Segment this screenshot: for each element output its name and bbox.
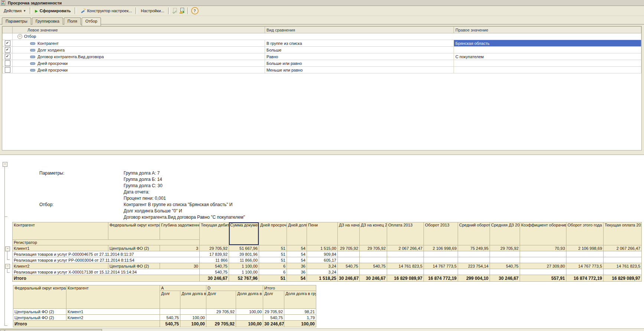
cell[interactable]: 14 767 773,5 <box>424 263 458 269</box>
cell[interactable]: Клиент2 <box>13 263 108 269</box>
cell[interactable]: 29 705,92 <box>206 321 236 327</box>
cell[interactable]: 54 <box>287 251 307 257</box>
col-dney-prosrochki[interactable]: Дней просрочки <box>259 222 287 245</box>
restore-settings-icon[interactable] <box>172 8 178 14</box>
cell[interactable]: 100,00 <box>180 321 206 327</box>
cell[interactable]: 51 667,96 <box>229 245 259 251</box>
cell[interactable] <box>387 251 424 257</box>
cell[interactable] <box>566 251 604 257</box>
scroll-left-button[interactable] <box>0 329 4 331</box>
filter-field-cell[interactable]: Контрагент <box>13 40 265 47</box>
tab-otbor[interactable]: Отбор <box>82 17 101 26</box>
cell[interactable] <box>338 269 360 275</box>
cell[interactable] <box>604 269 642 275</box>
cell[interactable]: 3,24 <box>307 263 338 269</box>
cell[interactable] <box>360 269 387 275</box>
save-settings-icon[interactable] <box>179 8 185 14</box>
cell[interactable] <box>206 315 236 321</box>
cell[interactable]: 51 <box>259 257 287 263</box>
cell[interactable]: 75 249,95 <box>458 245 490 251</box>
col-tek-oplata-2014[interactable]: Текущая оплата 2014 <box>604 222 642 245</box>
cell[interactable]: 54 <box>287 275 307 282</box>
checkbox[interactable]: ✔ <box>5 47 10 53</box>
cell[interactable]: 6 <box>259 263 287 269</box>
col-koefficient[interactable]: Коэффициент оборачиваемости ДЗ <box>520 222 566 245</box>
cell[interactable] <box>604 251 642 257</box>
cell[interactable]: Центральный ФО (2) <box>108 245 160 251</box>
checkbox[interactable]: ✔ <box>5 40 10 46</box>
filter-value-cell[interactable]: С покупателем <box>454 53 641 60</box>
cell[interactable] <box>566 257 604 263</box>
cell[interactable] <box>604 257 642 263</box>
cell[interactable] <box>490 251 520 257</box>
help-button[interactable]: ? <box>191 7 199 14</box>
cell[interactable] <box>236 315 263 321</box>
cell[interactable]: 11 866 <box>200 257 229 263</box>
cell[interactable]: 2 067 266,47 <box>604 245 642 251</box>
col-fed-okrug[interactable]: Федеральный округ контрагента <box>13 285 66 309</box>
cell[interactable]: 2 106 998,69 <box>566 245 604 251</box>
cell[interactable]: 6 <box>259 269 287 275</box>
filter-group-cell[interactable]: −Отбор <box>13 33 641 40</box>
cell[interactable]: 30 246,67 <box>200 275 229 282</box>
group-collapse-box-client2[interactable]: − <box>5 264 10 269</box>
tab-polya[interactable]: Поля <box>64 17 81 25</box>
filter-value-cell[interactable] <box>454 47 641 53</box>
checkbox[interactable] <box>5 60 10 66</box>
cell[interactable] <box>387 269 424 275</box>
cell[interactable]: 30 246,67 <box>360 275 387 282</box>
filter-field-cell[interactable]: Дней просрочки <box>13 60 265 67</box>
cell[interactable]: 11 866,00 <box>229 257 259 263</box>
cell[interactable]: Реализация товаров и услуг РР-00003004 о… <box>13 257 200 263</box>
col-t-dolya[interactable]: Доля долга в группе <box>284 291 316 309</box>
col-kontragent[interactable]: Контрагент <box>66 285 160 309</box>
cell[interactable]: Клиент1 <box>13 245 108 251</box>
tab-gruppirovka[interactable]: Группировка <box>32 17 63 25</box>
filter-row-dney-prosrochki-gte[interactable]: Дней просрочки Больше или равно <box>3 60 641 67</box>
cell[interactable]: 54 <box>287 245 307 251</box>
filter-header-left-value[interactable]: Левое значение <box>13 27 265 33</box>
cell[interactable]: 100,00 <box>236 309 263 315</box>
col-d-dolya[interactable]: Доля долга в группе <box>236 291 263 309</box>
cell[interactable]: 29 705,92 <box>490 245 520 251</box>
col-dz-konec-2013[interactable]: ДЗ на конец 2013 <box>360 222 387 245</box>
cell[interactable]: 1 518,25 <box>307 275 338 282</box>
cell[interactable]: 29 705,92 <box>360 245 387 251</box>
collapse-icon[interactable]: − <box>17 34 22 39</box>
cell[interactable]: 1,79 <box>284 315 316 321</box>
cell[interactable]: 52 767,96 <box>229 275 259 282</box>
group-collapse-box[interactable]: − <box>3 162 7 167</box>
total-label-cell[interactable]: Итого <box>13 321 160 327</box>
cell[interactable] <box>458 269 490 275</box>
col-srednyaya-dz-2013[interactable]: Средняя ДЗ 2013 <box>490 222 520 245</box>
col-oplata-2013[interactable]: Оплата 2013 <box>387 222 424 245</box>
cell[interactable]: 27 309,80 <box>520 263 566 269</box>
cell[interactable]: 29 705,92 <box>206 309 236 315</box>
cell[interactable]: 540,75 <box>263 315 284 321</box>
checkbox[interactable]: ✔ <box>5 54 10 59</box>
total-label-cell[interactable]: Итого <box>13 275 200 282</box>
filter-group-row[interactable]: −Отбор <box>3 33 641 40</box>
cell[interactable]: 100,00 <box>284 321 316 327</box>
filter-comparison-cell[interactable]: Меньше или равно <box>265 67 454 73</box>
cell[interactable] <box>520 251 566 257</box>
cell[interactable]: 540,75 <box>200 263 229 269</box>
cell[interactable]: 3 <box>160 245 200 251</box>
cell[interactable]: 540,75 <box>200 269 229 275</box>
cell[interactable]: Реализация товаров и услуг Р-000004675 о… <box>13 251 200 257</box>
cell[interactable]: Центральный ФО (2) <box>13 309 66 315</box>
cell[interactable]: 51 <box>259 245 287 251</box>
tab-parametry[interactable]: Параметры <box>2 17 31 25</box>
cell[interactable]: 39 801,96 <box>229 251 259 257</box>
cell[interactable] <box>160 309 180 315</box>
filter-comparison-cell[interactable]: Равно <box>265 53 454 60</box>
cell[interactable] <box>424 251 458 257</box>
cell[interactable]: 540,75 <box>490 263 520 269</box>
cell[interactable]: Реализация товаров и услуг Х-000017138 о… <box>13 269 200 275</box>
col-summa-dokumenta-selected-cell[interactable]: Сумма документа <box>229 222 259 245</box>
cell[interactable]: 14 761 823,5 <box>604 263 642 269</box>
cell[interactable]: 30 246,67 <box>490 275 520 282</box>
cell[interactable]: 1 100,00 <box>229 269 259 275</box>
cell[interactable]: 30 246,67 <box>338 275 360 282</box>
col-peni[interactable]: Пени <box>307 222 338 245</box>
